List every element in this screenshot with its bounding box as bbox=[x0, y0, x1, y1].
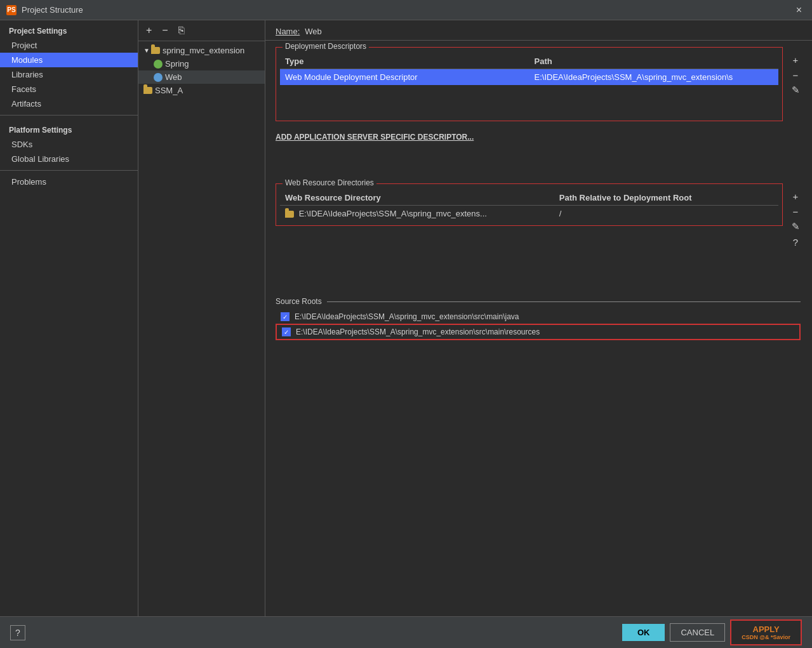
app-icon: PS bbox=[6, 5, 17, 15]
module-tree-panel: + − ⎘ ▼ spring_mvc_extension Spring bbox=[138, 20, 265, 616]
tree-item-label: Web bbox=[165, 72, 182, 82]
sidebar: Project Settings Project Modules Librari… bbox=[0, 20, 138, 616]
cancel-button[interactable]: CANCEL bbox=[670, 623, 725, 642]
add-descriptor-button[interactable]: + bbox=[789, 53, 802, 66]
folder-icon bbox=[151, 47, 160, 54]
folder-icon bbox=[143, 87, 152, 94]
tree-item-spring[interactable]: Spring bbox=[138, 57, 265, 70]
dialog-title: Project Structure bbox=[22, 5, 792, 15]
deployment-descriptors-table: Type Path Web Module Deployment Descript… bbox=[280, 54, 778, 117]
col-path-rel: Path Relative to Deployment Root bbox=[554, 190, 778, 206]
tree-toolbar: + − ⎘ bbox=[138, 20, 265, 41]
sidebar-item-problems[interactable]: Problems bbox=[0, 175, 138, 189]
apply-button[interactable]: APPLY CSDN @& *Savior bbox=[730, 619, 802, 645]
help-button[interactable]: ? bbox=[10, 625, 25, 640]
source-root-path: E:\IDEA\IdeaProjects\SSM_A\spring_mvc_ex… bbox=[295, 312, 519, 321]
web-resource-directories-wrapper: Web Resource Directories Web Resource Di… bbox=[276, 183, 783, 226]
sidebar-divider-2 bbox=[0, 170, 138, 171]
add-app-server-descriptor-link[interactable]: ADD APPLICATION SERVER SPECIFIC DESCRIPT… bbox=[276, 129, 806, 145]
chevron-down-icon: ▼ bbox=[143, 47, 150, 54]
web-resource-directories-table: Web Resource Directory Path Relative to … bbox=[280, 190, 778, 222]
cell-type: Web Module Deployment Descriptor bbox=[280, 69, 529, 86]
source-roots-divider bbox=[327, 301, 801, 302]
sidebar-item-facets[interactable]: Facets bbox=[0, 82, 138, 96]
add-web-dir-button[interactable]: + bbox=[789, 190, 802, 202]
cell-path: E:\IDEA\IdeaProjects\SSM_A\spring_mvc_ex… bbox=[529, 69, 779, 86]
platform-settings-label: Platform Settings bbox=[0, 119, 138, 137]
tree-item-label: SSM_A bbox=[155, 86, 183, 95]
name-label: Name: bbox=[276, 27, 300, 36]
remove-web-dir-button[interactable]: − bbox=[789, 205, 802, 218]
bottom-bar: ? OK CANCEL APPLY CSDN @& *Savior bbox=[0, 616, 812, 648]
tree-item-ssm-a[interactable]: SSM_A bbox=[138, 84, 265, 97]
source-roots-header: Source Roots bbox=[276, 297, 801, 306]
remove-descriptor-button[interactable]: − bbox=[789, 69, 802, 81]
sidebar-item-artifacts[interactable]: Artifacts bbox=[0, 96, 138, 111]
sidebar-item-sdks[interactable]: SDKs bbox=[0, 137, 138, 152]
tree-item-web[interactable]: Web bbox=[138, 70, 265, 84]
web-resource-directories-section: Web Resource Directories Web Resource Di… bbox=[276, 183, 783, 226]
spring-icon bbox=[154, 60, 163, 69]
source-roots-wrapper: Source Roots ✓ E:\IDEA\IdeaProjects\SSM_… bbox=[276, 297, 801, 340]
tree-item-label: spring_mvc_extension bbox=[163, 46, 244, 55]
checkbox-java[interactable]: ✓ bbox=[281, 312, 290, 321]
table-row[interactable]: Web Module Deployment Descriptor E:\IDEA… bbox=[280, 69, 778, 86]
list-item[interactable]: ✓ E:\IDEA\IdeaProjects\SSM_A\spring_mvc_… bbox=[276, 324, 801, 340]
sidebar-item-libraries[interactable]: Libraries bbox=[0, 67, 138, 82]
deployment-descriptors-legend: Deployment Descriptors bbox=[283, 42, 369, 51]
sidebar-divider bbox=[0, 115, 138, 116]
web-resource-directories-buttons: + − ✎ ? bbox=[789, 190, 802, 248]
title-bar: PS Project Structure × bbox=[0, 0, 812, 20]
ok-button[interactable]: OK bbox=[622, 624, 665, 641]
web-icon bbox=[154, 73, 163, 82]
deployment-descriptors-buttons: + − ✎ bbox=[789, 53, 802, 96]
cell-path-rel: / bbox=[554, 206, 778, 222]
col-type: Type bbox=[280, 54, 529, 69]
name-value: Web bbox=[305, 27, 322, 36]
web-resource-directories-legend: Web Resource Directories bbox=[283, 178, 376, 187]
close-button[interactable]: × bbox=[792, 3, 806, 17]
main-content: Project Settings Project Modules Librari… bbox=[0, 20, 812, 616]
spacer bbox=[276, 145, 806, 183]
project-settings-label: Project Settings bbox=[0, 20, 138, 38]
col-web-dir: Web Resource Directory bbox=[280, 190, 554, 206]
detail-panel: Name: Web Deployment Descriptors Type bbox=[265, 20, 812, 616]
list-item[interactable]: ✓ E:\IDEA\IdeaProjects\SSM_A\spring_mvc_… bbox=[276, 310, 801, 324]
tree-item-spring-mvc-ext[interactable]: ▼ spring_mvc_extension bbox=[138, 44, 265, 57]
tree-add-button[interactable]: + bbox=[143, 24, 154, 37]
deployment-descriptors-content: Type Path Web Module Deployment Descript… bbox=[276, 48, 782, 121]
name-row: Name: Web bbox=[265, 20, 812, 41]
tree-remove-button[interactable]: − bbox=[159, 24, 170, 37]
deployment-descriptors-wrapper: Deployment Descriptors Type Path bbox=[276, 47, 783, 121]
tree-items: ▼ spring_mvc_extension Spring Web bbox=[138, 41, 265, 616]
source-root-path: E:\IDEA\IdeaProjects\SSM_A\spring_mvc_ex… bbox=[296, 327, 540, 336]
detail-scroll: Deployment Descriptors Type Path bbox=[265, 41, 812, 616]
help-web-dir-button[interactable]: ? bbox=[789, 235, 802, 248]
edit-web-dir-button[interactable]: ✎ bbox=[789, 220, 802, 233]
source-roots-label: Source Roots bbox=[276, 297, 322, 306]
cell-web-dir: E:\IDEA\IdeaProjects\SSM_A\spring_mvc_ex… bbox=[280, 206, 554, 222]
tree-item-label: Spring bbox=[165, 59, 189, 69]
source-roots-list: ✓ E:\IDEA\IdeaProjects\SSM_A\spring_mvc_… bbox=[276, 310, 801, 340]
table-row-empty bbox=[280, 85, 778, 117]
edit-descriptor-button[interactable]: ✎ bbox=[789, 84, 802, 96]
project-structure-dialog: PS Project Structure × Project Settings … bbox=[0, 0, 812, 648]
col-path: Path bbox=[529, 54, 779, 69]
deployment-descriptors-section: Deployment Descriptors Type Path bbox=[276, 47, 783, 121]
table-row[interactable]: E:\IDEA\IdeaProjects\SSM_A\spring_mvc_ex… bbox=[280, 206, 778, 222]
spacer2 bbox=[276, 234, 806, 297]
folder-icon bbox=[285, 211, 294, 218]
checkbox-resources[interactable]: ✓ bbox=[282, 327, 291, 336]
sidebar-item-project[interactable]: Project bbox=[0, 38, 138, 53]
tree-copy-button[interactable]: ⎘ bbox=[176, 24, 187, 37]
sidebar-item-modules[interactable]: Modules bbox=[0, 53, 138, 67]
web-resource-directories-content: Web Resource Directory Path Relative to … bbox=[276, 184, 782, 225]
sidebar-item-global-libraries[interactable]: Global Libraries bbox=[0, 152, 138, 166]
